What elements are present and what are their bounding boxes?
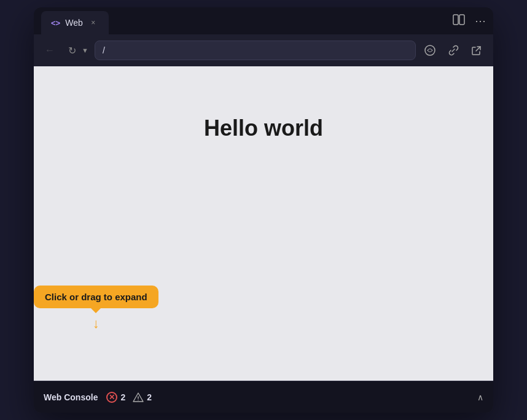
reload-group: ↻ ▼ <box>63 42 90 59</box>
reload-button[interactable]: ↻ <box>63 42 80 59</box>
console-chevron-icon[interactable]: ∧ <box>477 392 483 402</box>
webpage-content: Hello world Click or drag to expand ↓ <box>34 66 493 381</box>
error-icon: ✕ <box>106 392 117 403</box>
page-heading: Hello world <box>204 115 323 141</box>
svg-point-2 <box>425 45 435 55</box>
customize-button[interactable] <box>421 41 439 60</box>
tab-label: Web <box>65 18 83 28</box>
back-button[interactable]: ← <box>41 42 58 59</box>
reload-icon: ↻ <box>68 45 76 56</box>
tab-bar: <> Web × ⋯ <box>34 7 493 34</box>
external-link-button[interactable] <box>467 41 486 60</box>
warning-icon <box>133 392 144 402</box>
console-title: Web Console <box>44 392 98 402</box>
nav-bar: ← ↻ ▼ <box>34 34 493 66</box>
expand-tooltip[interactable]: Click or drag to expand <box>34 286 158 308</box>
warning-count: 2 <box>147 392 152 402</box>
warning-badge: 2 <box>133 392 152 402</box>
svg-rect-1 <box>459 15 464 25</box>
nav-right-icons <box>421 41 486 60</box>
tooltip-wrapper: Click or drag to expand ↓ <box>34 286 158 332</box>
reload-dropdown-button[interactable]: ▼ <box>80 45 90 55</box>
svg-point-4 <box>138 399 139 400</box>
back-arrow-icon: ← <box>45 45 55 56</box>
split-view-icon[interactable] <box>453 14 465 28</box>
link-button[interactable] <box>444 41 463 60</box>
tab-code-icon: <> <box>51 18 60 28</box>
svg-rect-0 <box>453 15 458 25</box>
active-tab[interactable]: <> Web × <box>41 11 109 34</box>
tab-bar-right: ⋯ <box>453 7 486 34</box>
browser-window: <> Web × ⋯ ← ↻ ▼ <box>34 7 493 413</box>
address-bar[interactable] <box>95 41 416 60</box>
error-count: 2 <box>120 392 125 402</box>
console-bar[interactable]: Web Console ✕ 2 2 ∧ <box>34 381 493 413</box>
tab-bar-left: <> Web × <box>41 7 109 34</box>
tab-close-button[interactable]: × <box>88 17 99 28</box>
error-badge: ✕ 2 <box>106 392 125 403</box>
more-options-icon[interactable]: ⋯ <box>475 14 486 28</box>
tooltip-text: Click or drag to expand <box>45 292 147 302</box>
tooltip-down-arrow-icon: ↓ <box>93 316 100 332</box>
